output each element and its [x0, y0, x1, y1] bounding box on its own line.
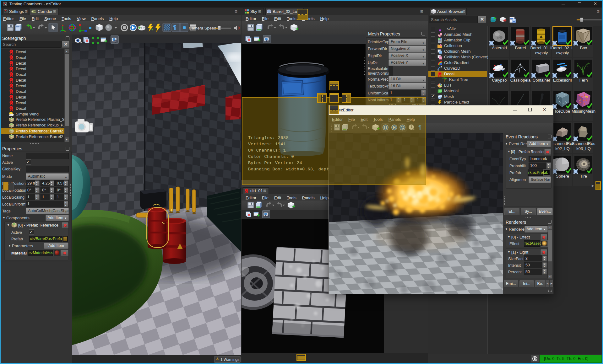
svg-text:sh: sh [579, 99, 581, 102]
svg-text:Me: Me [585, 96, 588, 98]
